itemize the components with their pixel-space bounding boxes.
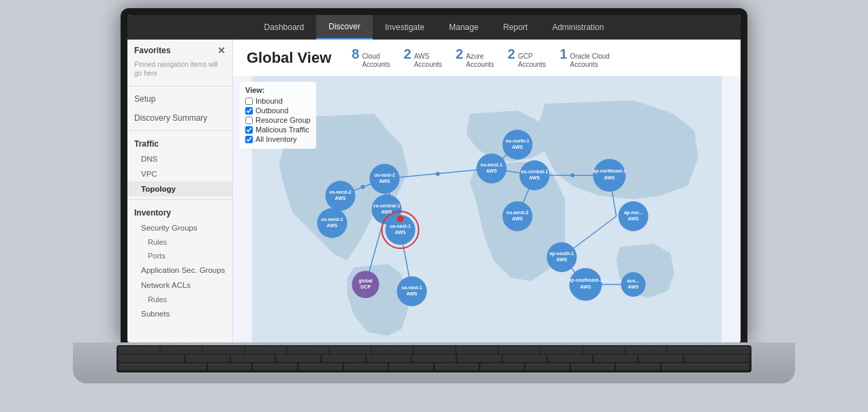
node-label-ap-south-1: ap-south-1 bbox=[550, 251, 574, 256]
key bbox=[593, 355, 637, 362]
node-label-ca-central-1: ca-central-1 bbox=[373, 203, 400, 208]
node-label-sa-east-1: sa-east-1 bbox=[401, 285, 422, 290]
checkbox-resource-group-input[interactable] bbox=[245, 117, 253, 124]
checkbox-all-inventory-input[interactable] bbox=[245, 136, 253, 143]
node-label-ap-northeast-1: ap-northeast-1 bbox=[593, 168, 626, 174]
key bbox=[668, 347, 749, 354]
sidebar-item-vpc[interactable]: VPC bbox=[127, 166, 232, 181]
nav-administration[interactable]: Administration bbox=[540, 15, 616, 40]
sidebar-item-discovery-summary[interactable]: Discovery Summary bbox=[127, 108, 232, 128]
sidebar-favorites-header: Favorites ✕ bbox=[127, 40, 232, 59]
key bbox=[344, 364, 388, 370]
checkbox-inbound-input[interactable] bbox=[245, 98, 253, 105]
node-ap-northeast-1[interactable]: ap-northeast-1 AWS bbox=[593, 159, 626, 192]
stats-row: 8 CloudAccounts 2 AWSAccounts 2 AzureAcc… bbox=[352, 46, 610, 69]
node-ap-south-1[interactable]: ap-south-1 AWS bbox=[547, 242, 577, 272]
sidebar-divider-2 bbox=[127, 130, 232, 131]
key bbox=[276, 355, 320, 362]
key bbox=[480, 364, 525, 370]
sidebar-inventory-label: Inventory bbox=[127, 203, 232, 220]
map-area: View: Inbound Outbound Res bbox=[233, 76, 741, 342]
key bbox=[245, 347, 286, 354]
node-sublabel-ap-south-1: AWS bbox=[557, 257, 568, 262]
key bbox=[253, 364, 297, 370]
node-sublabel-us-west-2: AWS bbox=[335, 196, 346, 201]
node-sa-east-1[interactable]: sa-east-1 AWS bbox=[397, 276, 427, 306]
node-eu-west-1[interactable]: eu-west-1 AWS bbox=[477, 153, 507, 183]
sidebar-item-dns[interactable]: DNS bbox=[127, 151, 232, 166]
nav-report[interactable]: Report bbox=[491, 15, 540, 40]
stat-label-aws: AWSAccounts bbox=[414, 53, 442, 69]
nav-investigate[interactable]: Investigate bbox=[373, 15, 437, 40]
key bbox=[548, 355, 591, 362]
checkbox-inbound[interactable]: Inbound bbox=[245, 97, 311, 105]
node-eu-central-1[interactable]: eu-central-1 AWS bbox=[520, 160, 550, 190]
sidebar-item-topology[interactable]: Topology bbox=[127, 181, 232, 196]
key bbox=[583, 347, 624, 354]
node-us-east-1[interactable]: us-east-1 AWS bbox=[382, 211, 419, 248]
sidebar-item-rules-1[interactable]: Rules bbox=[127, 235, 232, 249]
sidebar-item-rules-2[interactable]: Rules bbox=[127, 293, 232, 306]
key bbox=[662, 364, 749, 370]
key bbox=[161, 347, 202, 354]
sidebar-item-security-groups[interactable]: Security Groups bbox=[127, 220, 232, 235]
node-ap-northeast[interactable]: ap-nor... AWS bbox=[619, 201, 649, 231]
key bbox=[185, 355, 229, 362]
key bbox=[231, 355, 275, 362]
stat-azure-accounts: 2 AzureAccounts bbox=[456, 46, 494, 69]
stat-gcp-accounts: 2 GCPAccounts bbox=[508, 46, 546, 69]
node-label-global-gcp: global bbox=[358, 278, 373, 284]
checkbox-all-inventory[interactable]: All Inventory bbox=[245, 135, 311, 143]
node-us-west-2[interactable]: us-west-2 AWS bbox=[326, 181, 356, 211]
checkbox-malicious-traffic-input[interactable] bbox=[245, 126, 253, 134]
node-alert-us-east-1 bbox=[397, 216, 404, 222]
node-label-us-west-1: us-west-1 bbox=[321, 217, 343, 222]
checkbox-malicious-traffic[interactable]: Malicious Traffic bbox=[245, 126, 311, 134]
sidebar-item-setup[interactable]: Setup bbox=[127, 89, 232, 108]
sidebar-item-ports[interactable]: Ports bbox=[127, 249, 232, 263]
favorites-pin-icon[interactable]: ✕ bbox=[217, 45, 226, 56]
sidebar-item-network-acls[interactable]: Network ACLs bbox=[127, 278, 232, 293]
node-global-gcp[interactable]: global GCP bbox=[352, 271, 379, 298]
node-eu-west-2[interactable]: eu-west-2 AWS bbox=[503, 201, 533, 231]
node-label-eu-west-1: eu-west-1 bbox=[480, 162, 502, 167]
checkbox-all-inventory-label: All Inventory bbox=[255, 135, 297, 143]
node-sublabel-global-gcp: GCP bbox=[360, 284, 371, 289]
key bbox=[203, 347, 244, 354]
key bbox=[208, 364, 252, 370]
nav-manage[interactable]: Manage bbox=[437, 15, 491, 40]
node-sublabel-eu-north-1: AWS bbox=[512, 145, 523, 149]
node-sublabel-sa-east-1: AWS bbox=[407, 291, 418, 296]
app-body: Favorites ✕ Pinned navigation items will… bbox=[127, 40, 741, 342]
key bbox=[616, 364, 660, 370]
stat-oracle-accounts: 1 Oracle CloudAccounts bbox=[559, 46, 609, 69]
checkbox-outbound[interactable]: Outbound bbox=[245, 106, 311, 115]
node-aus[interactable]: aus... AWS bbox=[621, 272, 646, 297]
checkbox-resource-group[interactable]: Resource Group bbox=[245, 116, 311, 124]
checkbox-resource-group-label: Resource Group bbox=[255, 116, 311, 124]
nav-discover[interactable]: Discover bbox=[316, 15, 373, 40]
page-title: Global View bbox=[247, 49, 331, 67]
key bbox=[638, 355, 682, 362]
favorites-label: Favorites bbox=[134, 46, 170, 55]
checkbox-outbound-input[interactable] bbox=[245, 107, 253, 115]
dot-3 bbox=[436, 172, 440, 176]
stat-number-cloud: 8 bbox=[352, 46, 359, 62]
key-row-3 bbox=[119, 364, 750, 370]
node-us-west-1[interactable]: us-west-1 AWS bbox=[317, 208, 347, 238]
node-sublabel-eu-west-1: AWS bbox=[486, 168, 497, 173]
sidebar-item-subnets[interactable]: Subnets bbox=[127, 306, 232, 321]
stat-number-gcp: 2 bbox=[508, 46, 515, 62]
main-content: Global View 8 CloudAccounts 2 AWSAccount… bbox=[233, 40, 741, 342]
sidebar-item-app-sec-groups[interactable]: Application Sec. Groups bbox=[127, 263, 232, 278]
stat-label-azure: AzureAccounts bbox=[466, 53, 494, 69]
stat-number-oracle: 1 bbox=[559, 46, 567, 62]
node-eu-north-1[interactable]: eu-north-1 AWS bbox=[503, 130, 533, 160]
node-sublabel-eu-west-2: AWS bbox=[512, 216, 523, 221]
key bbox=[298, 364, 343, 370]
view-controls-title: View: bbox=[245, 86, 311, 94]
nav-dashboard[interactable]: Dashboard bbox=[252, 15, 317, 40]
node-us-east-2[interactable]: us-east-2 AWS bbox=[370, 164, 400, 194]
screen: Dashboard Discover Investigate Manage Re… bbox=[127, 15, 741, 342]
stat-label-cloud: CloudAccounts bbox=[362, 53, 390, 69]
